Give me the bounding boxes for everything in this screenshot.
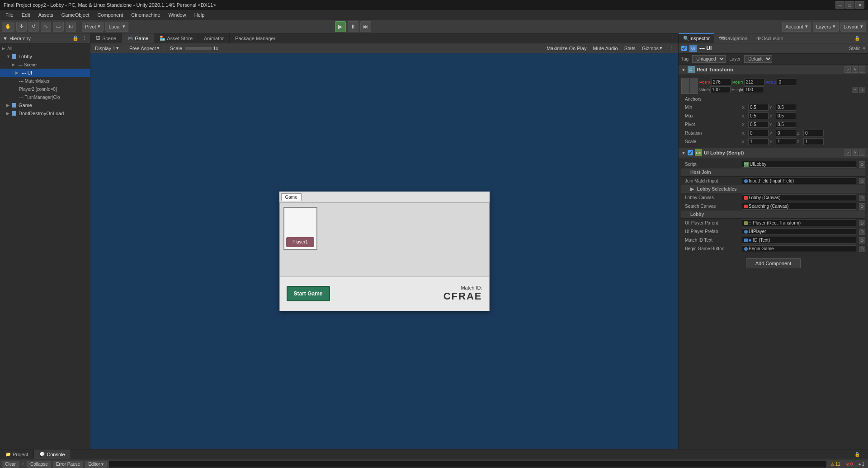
toolbar-pivot-dropdown[interactable]: Pivot ▾	[82, 22, 104, 32]
menu-assets[interactable]: Assets	[35, 11, 57, 19]
rect-transform-header[interactable]: ⊡ Rect Transform ? ✎ ⋮	[679, 65, 868, 75]
gizmos-dropdown[interactable]: Gizmos ▾	[640, 45, 664, 51]
step-button[interactable]: ⏭	[360, 21, 371, 32]
match-id-target-btn[interactable]: ⊙	[859, 237, 865, 243]
object-active-checkbox[interactable]	[681, 46, 687, 51]
player-parent-target-btn[interactable]: ⊙	[859, 220, 865, 226]
scale-x-input[interactable]	[748, 138, 769, 145]
hierarchy-player2[interactable]: Player2 [connId=0]	[0, 85, 90, 93]
account-dropdown[interactable]: Account ▾	[782, 22, 811, 32]
scale-control[interactable]: Scale 1x	[168, 46, 220, 51]
toolbar-local-dropdown[interactable]: Local ▾	[105, 22, 128, 32]
maximize-on-play[interactable]: Maximize On Play	[545, 46, 589, 51]
menu-gameobject[interactable]: GameObject	[58, 11, 93, 19]
console-search-input[interactable]	[108, 461, 827, 468]
anchor-max-x-input[interactable]	[748, 112, 769, 119]
toolbar-transform-tool[interactable]: ⊡	[66, 22, 76, 32]
pos-y-input[interactable]	[744, 79, 764, 85]
player-prefab-target-btn[interactable]: ⊙	[859, 229, 865, 235]
hierarchy-matchmaker[interactable]: --- MatchMaker	[0, 77, 90, 85]
collapse-button[interactable]: Collapse	[27, 461, 51, 468]
toolbar-rect-tool[interactable]: ▭	[53, 22, 64, 32]
search-canvas-target-btn[interactable]: ⊙	[859, 203, 865, 210]
pivot-y-input[interactable]	[776, 121, 796, 128]
tab-inspector[interactable]: 🔍 Inspector	[679, 33, 714, 43]
hierarchy-dontdestroy[interactable]: DontDestroyOnLoad ⋮	[0, 109, 90, 117]
pivot-x-input[interactable]	[748, 121, 769, 128]
clear-button[interactable]: Clear	[2, 461, 19, 468]
rt-question-btn[interactable]: ?	[844, 66, 851, 73]
game-window-tab-active[interactable]: Game	[281, 193, 302, 201]
error-pause-button[interactable]: Error Pause	[53, 461, 83, 468]
menu-cinemachine[interactable]: Cinemachine	[127, 11, 164, 19]
scene-toolbar-menu[interactable]: ⋮	[667, 45, 675, 51]
inspector-menu-icon[interactable]: ⋮	[862, 36, 866, 41]
lobby-canvas-target-btn[interactable]: ⊙	[859, 195, 865, 201]
tab-animator[interactable]: Animator	[198, 33, 230, 43]
rotation-z-input[interactable]	[803, 130, 824, 136]
ui-lobby-enabled[interactable]	[688, 150, 693, 155]
script-target-btn[interactable]: ⊙	[859, 161, 865, 168]
menu-edit[interactable]: Edit	[18, 11, 34, 19]
menu-help[interactable]: Help	[191, 11, 208, 19]
add-component-button[interactable]: Add Component	[746, 258, 801, 268]
tab-console[interactable]: 💬 Console	[34, 449, 71, 459]
hierarchy-turnmanager[interactable]: --- TurnManager(Clo	[0, 93, 90, 101]
scale-slider[interactable]	[185, 47, 212, 50]
menu-window[interactable]: Window	[165, 11, 190, 19]
scale-y-input[interactable]	[776, 138, 796, 145]
hierarchy-ui[interactable]: --- UI	[0, 69, 90, 77]
game-options[interactable]: ⋮	[84, 103, 88, 108]
hierarchy-content[interactable]: ▶ All Lobby ⋮ --- Scene --- UI	[0, 43, 90, 449]
aspect-dropdown[interactable]: Free Aspect ▾	[127, 45, 161, 51]
layers-dropdown[interactable]: Layers ▾	[813, 22, 839, 32]
ul-menu-btn[interactable]: ⋮	[859, 150, 865, 156]
stats-button[interactable]: Stats	[623, 46, 637, 51]
center-tabs-settings[interactable]: ⋮	[666, 33, 678, 43]
pos-x-input[interactable]	[711, 79, 731, 85]
toolbar-move-tool[interactable]: ✛	[16, 22, 27, 32]
toolbar-scale-tool[interactable]: ⤡	[41, 22, 51, 32]
ul-question-btn[interactable]: ?	[844, 150, 851, 156]
hierarchy-lobby[interactable]: Lobby ⋮	[0, 52, 90, 61]
close-button[interactable]: ✕	[855, 1, 864, 9]
hierarchy-game[interactable]: Game ⋮	[0, 101, 90, 109]
begin-game-target-btn[interactable]: ⊙	[859, 246, 865, 252]
width-input[interactable]	[710, 86, 731, 93]
stretch-horizontal-btn[interactable]: ↔	[852, 87, 858, 93]
toolbar-hand-tool[interactable]: ✋	[2, 22, 14, 32]
tag-select[interactable]: Untagged	[692, 55, 726, 63]
rt-edit-btn[interactable]: ✎	[852, 66, 858, 73]
toolbar-rotate-tool[interactable]: ↺	[28, 22, 39, 32]
anchor-picker[interactable]	[681, 78, 698, 94]
maximize-button[interactable]: □	[845, 1, 854, 9]
play-button[interactable]: ▶	[335, 21, 346, 32]
minimize-button[interactable]: ─	[835, 1, 844, 9]
anchor-min-y-input[interactable]	[776, 104, 796, 111]
hierarchy-scene[interactable]: --- Scene	[0, 61, 90, 69]
pause-button[interactable]: ⏸	[348, 21, 359, 32]
static-arrow[interactable]: ▾	[863, 46, 865, 51]
join-match-target-btn[interactable]: ⊙	[859, 178, 865, 184]
rotation-x-input[interactable]	[748, 130, 769, 136]
dontdestroy-options[interactable]: ⋮	[84, 111, 88, 116]
bottom-menu-icon[interactable]: ⋮	[862, 452, 866, 457]
rotation-y-input[interactable]	[776, 130, 796, 136]
pos-z-input[interactable]	[777, 79, 797, 85]
menu-file[interactable]: File	[2, 11, 17, 19]
start-game-button[interactable]: Start Game	[287, 286, 330, 301]
tab-project[interactable]: 📁 Project	[0, 449, 34, 459]
stretch-vertical-btn[interactable]: ↕	[859, 87, 865, 93]
hierarchy-lock[interactable]: 🔒	[72, 35, 79, 41]
tab-game[interactable]: 🎮 Game	[122, 33, 154, 43]
lobby-options[interactable]: ⋮	[84, 54, 88, 59]
title-bar-controls[interactable]: ─ □ ✕	[835, 1, 864, 9]
anchor-min-x-input[interactable]	[748, 104, 769, 111]
tab-occlusion[interactable]: 👁 Occlusion	[752, 33, 788, 43]
tab-asset-store[interactable]: 🏪 Asset Store	[154, 33, 198, 43]
hierarchy-menu[interactable]: ⋮	[82, 35, 87, 41]
tab-navigation[interactable]: 🗺 Navigation	[714, 33, 752, 43]
inspector-lock-icon[interactable]: 🔒	[854, 36, 860, 41]
anchor-max-y-input[interactable]	[776, 112, 796, 119]
editor-button[interactable]: Editor ▾	[85, 461, 107, 468]
